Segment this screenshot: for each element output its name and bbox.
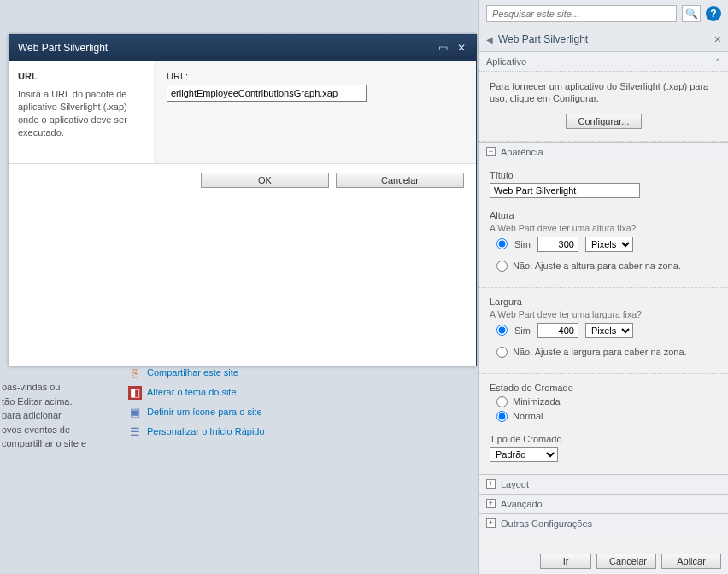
maximize-icon[interactable]: ▭ <box>437 42 449 54</box>
modal-description: Insira a URL do pacote de aplicativo Sil… <box>18 88 145 138</box>
ok-button[interactable]: OK <box>201 173 329 188</box>
url-modal: Web Part Silverlight ▭ ✕ URL Insira a UR… <box>9 34 477 366</box>
modal-titlebar: Web Part Silverlight ▭ ✕ <box>9 35 476 61</box>
url-input[interactable] <box>167 85 367 102</box>
url-label: URL: <box>167 71 464 81</box>
modal-overlay: Web Part Silverlight ▭ ✕ URL Insira a UR… <box>0 0 728 574</box>
modal-footer: OK Cancelar <box>9 164 476 203</box>
modal-heading: URL <box>18 71 145 81</box>
modal-sidebar: URL Insira a URL do pacote de aplicativo… <box>9 61 155 163</box>
modal-title-text: Web Part Silverlight <box>18 42 108 54</box>
modal-form: URL: <box>155 61 476 163</box>
cancel-button[interactable]: Cancelar <box>336 173 464 188</box>
close-icon[interactable]: ✕ <box>455 42 467 54</box>
